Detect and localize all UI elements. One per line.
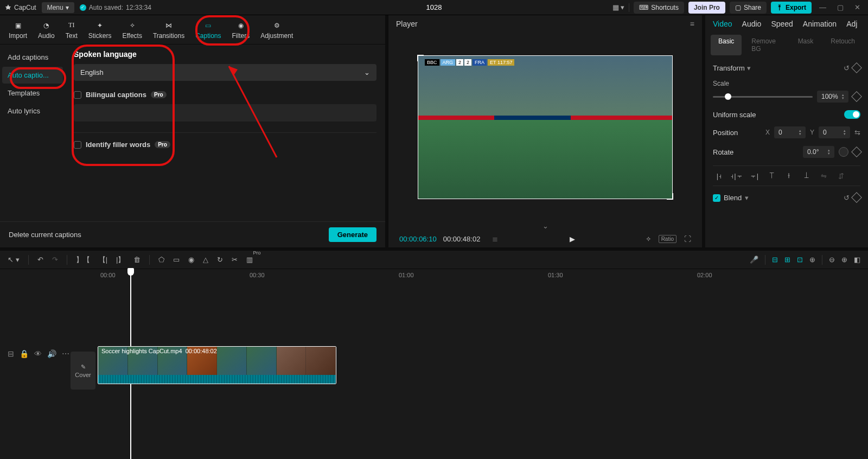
checkbox-icon[interactable] bbox=[74, 141, 81, 149]
player-video-area[interactable]: BBC ARG 2 2 FRA ET 117:57 bbox=[388, 33, 702, 222]
split-left-icon[interactable]: 【| bbox=[99, 255, 107, 265]
align-right-icon[interactable]: ⫟| bbox=[748, 169, 761, 182]
preview-snap-icon[interactable]: ⊕ bbox=[809, 256, 815, 264]
keyframe-icon[interactable] bbox=[851, 146, 862, 157]
stepper-icon[interactable]: ▴▾ bbox=[842, 93, 844, 100]
crop-icon[interactable]: ✂ bbox=[232, 256, 238, 264]
mic-icon[interactable]: 🎤 bbox=[750, 256, 758, 264]
tab-adjustment[interactable]: ⚙Adjustment bbox=[255, 15, 298, 44]
zoom-fit-icon[interactable]: ◧ bbox=[854, 256, 860, 264]
reset-icon[interactable]: ↺ bbox=[844, 64, 850, 72]
cover-button[interactable]: ✎ Cover bbox=[71, 352, 95, 390]
subtab-removebg[interactable]: Remove BG bbox=[744, 35, 788, 55]
undo-icon[interactable]: ↶ bbox=[37, 256, 43, 264]
subtab-basic[interactable]: Basic bbox=[711, 35, 742, 55]
list-icon[interactable]: ≣ bbox=[492, 235, 498, 243]
crop-rect-icon[interactable]: ▭ bbox=[173, 256, 180, 264]
layout-toggle[interactable]: ▦ ▾ bbox=[612, 3, 625, 11]
smart-tool-icon[interactable]: ▥Pro bbox=[246, 256, 253, 264]
position-y-input[interactable]: 0▴▾ bbox=[819, 126, 850, 138]
subtab-mask[interactable]: Mask bbox=[790, 35, 821, 55]
tab-captions[interactable]: ▭Captions bbox=[190, 15, 226, 44]
play-button[interactable]: ▶ bbox=[570, 235, 575, 243]
zoom-out-icon[interactable]: ⊖ bbox=[829, 256, 835, 264]
rotate-input[interactable]: 0.0°▴▾ bbox=[803, 146, 834, 158]
sidebar-item-add-captions[interactable]: Add captions bbox=[2, 49, 63, 66]
project-title[interactable]: 1028 bbox=[426, 3, 442, 11]
share-button[interactable]: ▢ Share bbox=[730, 2, 767, 14]
menu-button[interactable]: Menu ▾ bbox=[42, 2, 74, 13]
flip-v-icon[interactable]: ⇵ bbox=[834, 169, 847, 182]
sidebar-item-templates[interactable]: Templates bbox=[2, 85, 63, 101]
scale-slider[interactable] bbox=[713, 96, 813, 98]
delete-captions-row[interactable]: Delete current captions bbox=[9, 231, 81, 239]
track-more-icon[interactable]: ⋯ bbox=[62, 349, 69, 358]
tab-audio[interactable]: ◔Audio bbox=[33, 15, 60, 44]
video-clip[interactable]: Soccer highlights CapCut.mp4 00:00:48:02 bbox=[98, 346, 336, 384]
sidebar-item-auto-lyrics[interactable]: Auto lyrics bbox=[2, 103, 63, 119]
generate-button[interactable]: Generate bbox=[329, 227, 376, 242]
subtab-retouch[interactable]: Retouch bbox=[823, 35, 863, 55]
close-icon[interactable]: ✕ bbox=[851, 3, 864, 11]
split-right-icon[interactable]: |】 bbox=[116, 255, 125, 265]
fullscreen-icon[interactable]: ⛶ bbox=[684, 235, 691, 243]
collapse-track-icon[interactable]: ⊟ bbox=[8, 349, 14, 358]
tab-import[interactable]: ▣Import bbox=[3, 15, 33, 44]
insp-tab-animation[interactable]: Animation bbox=[803, 20, 837, 28]
align-center-h-icon[interactable]: ⫞|⫟ bbox=[730, 169, 743, 182]
timeline-tracks[interactable]: Soccer highlights CapCut.mp4 00:00:48:02 bbox=[95, 281, 868, 459]
bilingual-captions-row[interactable]: Bilingual captions Pro bbox=[74, 91, 376, 99]
rotate-cw-icon[interactable]: ↻ bbox=[217, 256, 223, 264]
pointer-icon[interactable]: ↖ ▾ bbox=[8, 256, 20, 264]
export-button[interactable]: ⭱ Export bbox=[771, 2, 812, 14]
keyframe-icon[interactable] bbox=[851, 62, 862, 73]
join-pro-button[interactable]: Join Pro bbox=[688, 2, 725, 14]
shape-icon[interactable]: ⬠ bbox=[158, 256, 164, 264]
align-center-v-icon[interactable]: ⫲ bbox=[782, 169, 795, 182]
player-drag-handle[interactable]: ⌄ bbox=[388, 222, 702, 230]
magnet-link-icon[interactable]: ⊡ bbox=[797, 256, 803, 264]
keyframe-icon[interactable] bbox=[851, 192, 862, 203]
video-preview[interactable]: BBC ARG 2 2 FRA ET 117:57 bbox=[418, 55, 673, 199]
record-icon[interactable]: ◉ bbox=[188, 256, 194, 264]
align-bottom-icon[interactable]: ⟘ bbox=[800, 169, 813, 182]
lock-icon[interactable]: 🔒 bbox=[20, 349, 29, 358]
chevron-down-icon[interactable]: ▾ bbox=[745, 194, 749, 202]
align-left-icon[interactable]: |⫞ bbox=[713, 169, 726, 182]
maximize-icon[interactable]: ▢ bbox=[834, 3, 847, 11]
ratio-button[interactable]: Ratio bbox=[659, 235, 676, 243]
insp-tab-audio[interactable]: Audio bbox=[742, 20, 762, 28]
timeline-ruler[interactable]: 00:00 00:30 01:00 01:30 02:00 bbox=[0, 269, 868, 281]
tab-filters[interactable]: ◉Filters bbox=[227, 15, 256, 44]
tab-stickers[interactable]: ✦Stickers bbox=[83, 15, 117, 44]
flip-h-icon[interactable]: ⇋ bbox=[817, 169, 830, 182]
tab-transitions[interactable]: ⋈Transitions bbox=[148, 15, 190, 44]
language-select[interactable]: English ⌄ bbox=[74, 64, 376, 81]
insp-tab-adjust[interactable]: Adj bbox=[846, 20, 857, 28]
uniform-scale-toggle[interactable] bbox=[844, 110, 860, 119]
insp-tab-video[interactable]: Video bbox=[713, 20, 732, 28]
redo-icon[interactable]: ↷ bbox=[52, 256, 58, 264]
sidebar-item-auto-captions[interactable]: Auto captio... bbox=[2, 67, 63, 84]
chevron-down-icon[interactable]: ▾ bbox=[747, 64, 751, 72]
link-icon[interactable]: ⇆ bbox=[854, 129, 860, 137]
magnet-main-icon[interactable]: ⊟ bbox=[772, 256, 778, 264]
filler-words-row[interactable]: Identify filler words Pro bbox=[74, 141, 376, 149]
scan-icon[interactable]: ⟡ bbox=[646, 234, 651, 243]
split-icon[interactable]: 】【 bbox=[76, 255, 90, 265]
tab-effects[interactable]: ✧Effects bbox=[117, 15, 147, 44]
shortcuts-button[interactable]: ⌨ Shortcuts bbox=[634, 2, 684, 14]
player-menu-icon[interactable]: ≡ bbox=[690, 20, 694, 28]
minimize-icon[interactable]: — bbox=[816, 3, 829, 11]
blend-checkbox[interactable]: ✓ bbox=[713, 194, 720, 202]
zoom-in-icon[interactable]: ⊕ bbox=[841, 256, 847, 264]
magnet-track-icon[interactable]: ⊞ bbox=[784, 256, 790, 264]
checkbox-icon[interactable] bbox=[74, 91, 81, 99]
align-top-icon[interactable]: ⟙ bbox=[765, 169, 778, 182]
mirror-icon[interactable]: △ bbox=[203, 256, 208, 264]
reset-icon[interactable]: ↺ bbox=[844, 194, 850, 202]
insp-tab-speed[interactable]: Speed bbox=[771, 20, 793, 28]
rotate-dial-icon[interactable] bbox=[839, 147, 848, 157]
scale-value-input[interactable]: 100%▴▾ bbox=[817, 91, 848, 103]
eye-icon[interactable]: 👁 bbox=[34, 349, 42, 358]
